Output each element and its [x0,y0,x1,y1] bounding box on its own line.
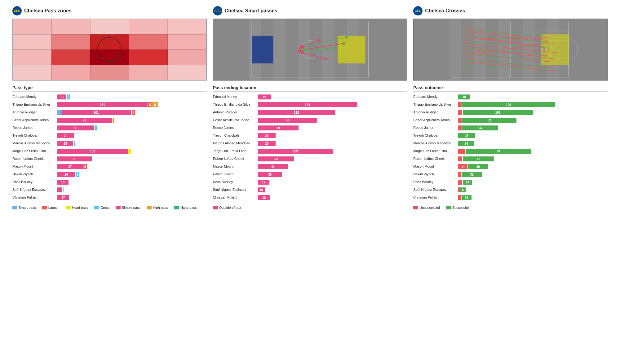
legend-item: Unsuccessful [413,206,440,209]
table-row: Jorge Luiz Frello Filho109 [213,148,407,155]
table-row: Edouard Mendy19 [213,94,407,100]
table-row: Marcos Alonso Mendoza26 [213,140,407,147]
table-row: Edouard Mendy18 [413,94,608,100]
bar-segment: 26 [258,133,276,138]
heatmap-cell-0-2 [90,19,129,34]
bar-segment: 79 [57,118,112,123]
bar-area: 144 [258,102,407,107]
table-row: César Azpilicueta Tanco79 [12,117,207,124]
legend-item: Head pass [66,206,88,209]
table-row: Antonio Rüdiger1015 [12,109,207,116]
bar-label: Christian Pulišić [213,195,258,200]
table-row: Marcos Alonso Mendoza24 [413,140,608,147]
bar-segment [458,110,462,115]
table-row: Reece James59 [213,125,407,131]
bar-label: Trevoh Chalobah [12,134,57,138]
bar-segment: 14 [458,164,467,169]
bar-area: 86 [258,118,407,123]
bar-area: 14 [458,180,608,185]
bar-area: 31 [458,172,608,177]
bar-segment [113,118,115,123]
table-row: Christian Pulišić18 [213,194,407,201]
bar-segment [458,195,461,200]
smart-passes-bars: Edouard Mendy19Thiago Emiliano da Silva1… [213,94,407,202]
bar-area: 19 [258,94,407,99]
heatmap-cell-0-0 [13,19,51,34]
bar-segment: 99 [466,149,531,154]
bar-label: Thiago Emiliano da Silva [213,103,258,107]
svg-point-23 [318,39,321,42]
bar-segment: 24 [458,141,474,146]
bar-label: Christian Pulišić [12,195,57,200]
chelsea-logo-2: CFC [213,6,222,15]
legend-item: Successful [446,206,469,209]
bar-area: 15 [458,195,608,200]
bar-segment: 30 [468,164,488,169]
pass-zones-legend: Smart passLaunchHead passCrossSimple pas… [12,206,207,209]
bar-label: Jorge Luiz Frello Filho [12,149,57,153]
bar-segment [458,118,462,123]
bar-area: 106 [458,110,608,115]
bar-area: 26 [258,141,407,146]
bar-segment: 53 [57,125,94,130]
bar-label: Saúl Ñíguez Esclapez [12,188,57,192]
svg-point-20 [301,45,304,48]
bar-segment: 31 [462,172,482,177]
bar-segment: 5 [67,94,70,99]
bar-area: 82 [458,118,608,123]
legend-item: Launch [42,206,60,209]
smart-passes-field [213,19,407,81]
bar-segment: 140 [462,102,555,107]
svg-point-25 [346,36,348,38]
bar-segment: 26 [57,172,75,177]
bar-segment [458,149,465,154]
bar-area: 18 [258,195,407,200]
svg-rect-27 [449,19,462,80]
bar-segment: 144 [258,102,357,107]
bar-label: Marcos Alonso Mendoza [213,141,258,145]
bar-area: 59 [258,125,407,130]
bar-segment [74,141,75,146]
legend-color-box [213,206,218,209]
bar-label: Edouard Mendy [12,95,57,99]
legend-label: Smart pass [19,206,36,209]
bar-area: 99 [458,149,608,154]
bar-segment: 14 [463,180,472,185]
legend-color-box [66,206,71,209]
legend-color-box [12,206,17,209]
svg-rect-4 [322,19,335,80]
bar-segment: 5 [148,102,152,107]
table-row: Hakim Ziyech35 [213,171,407,178]
bar-label: Reece James [413,126,458,130]
bar-area: 25 [458,133,608,138]
table-row: Ruben Loftus-Cheek47 [413,156,608,162]
bar-segment: 82 [462,118,516,123]
bar-label: César Azpilicueta Tanco [213,118,258,122]
bar-segment: 16 [57,180,69,185]
bar-segment [95,125,97,130]
bar-label: Trevoh Chalobah [213,134,258,138]
crosses-title: CFC Chelsea Crosses [413,6,608,15]
bar-area: 13158 [57,102,207,107]
bar-label: Ruben Loftus-Cheek [12,157,57,161]
bar-segment [57,187,62,192]
bar-segment [128,149,131,154]
bar-segment: 8 [460,187,466,192]
pass-zones-panel: CFC Chelsea Pass zones Pass type Edouard… [12,6,207,209]
legend-label: Cross [100,206,109,209]
table-row: Thiago Emiliano da Silva140 [413,101,608,108]
bar-area: 16 [57,180,207,185]
table-row: Saúl Ñíguez Esclapez8 [413,186,608,193]
svg-point-24 [333,47,336,49]
bar-area: 47 [458,156,608,161]
pass-ending-header: Pass ending location [213,85,407,92]
bar-label: Marcos Alonso Mendoza [413,141,458,145]
legend-item: Simple pass [116,206,140,209]
table-row: Saúl Ñíguez Esclapez [12,186,207,193]
bar-label: Hakim Ziyech [413,172,458,176]
svg-rect-9 [252,36,273,63]
heatmap-cell-1-1 [51,34,90,50]
bar-area: 44 [258,164,407,169]
legend-color-box [94,206,99,209]
table-row: César Azpilicueta Tanco86 [213,117,407,124]
